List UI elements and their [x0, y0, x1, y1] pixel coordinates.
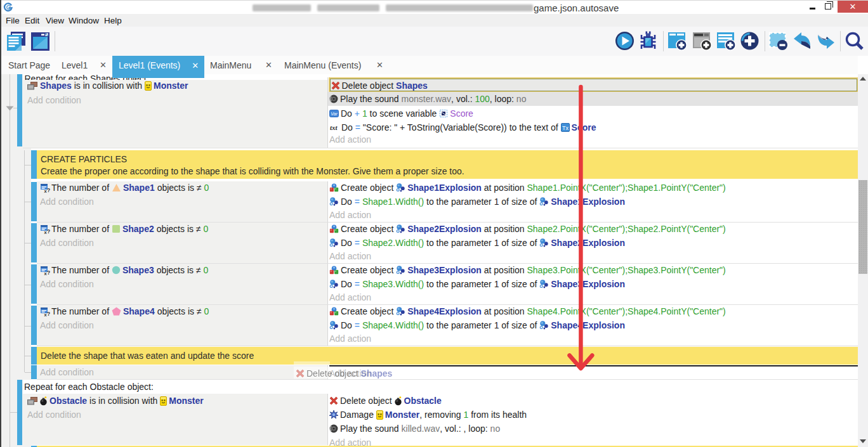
svg-text:Var: Var: [331, 111, 338, 115]
svg-text:?: ?: [47, 311, 50, 316]
svg-text:?: ?: [47, 269, 50, 275]
svg-text:txt: txt: [330, 124, 338, 131]
svg-text:?: ?: [47, 187, 50, 193]
svg-text:?: ?: [47, 228, 50, 234]
